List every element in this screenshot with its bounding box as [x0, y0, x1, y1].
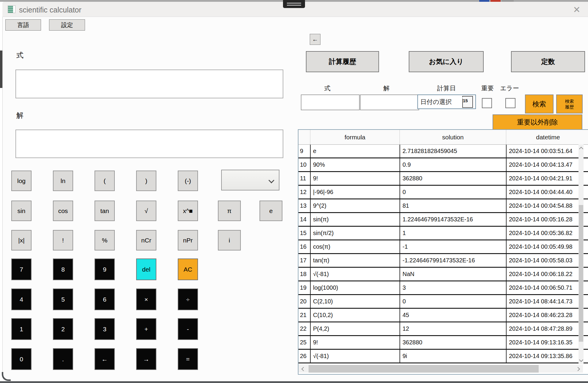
- cell-solution: 81: [400, 199, 506, 212]
- calc-key-sym[interactable]: √: [136, 201, 156, 221]
- calc-key-sym[interactable]: ÷: [178, 289, 198, 310]
- calc-key-9[interactable]: 9: [95, 259, 115, 280]
- table-row[interactable]: 19log(1000)32024-10-14 00:06:50.71: [298, 281, 588, 295]
- table-row[interactable]: 139^(2)812024-10-14 00:04:54.88: [298, 199, 588, 213]
- calc-key-tan[interactable]: tan: [95, 201, 115, 221]
- calc-key-sym[interactable]: →: [136, 348, 156, 370]
- calc-key-sin[interactable]: sin: [11, 201, 32, 221]
- calc-key-sym[interactable]: .: [53, 348, 73, 370]
- search-button[interactable]: 検索: [525, 94, 554, 114]
- close-icon[interactable]: ✕: [570, 4, 583, 15]
- app-root: scientific calculator ✕ 言語 設定 式 解 logln(…: [0, 0, 588, 383]
- calc-key-8[interactable]: 8: [53, 259, 73, 280]
- scroll-left-icon[interactable]: [301, 367, 306, 371]
- calc-key-del[interactable]: del: [136, 259, 156, 280]
- calc-key-i[interactable]: i: [218, 230, 241, 250]
- calc-key-sym[interactable]: +: [136, 318, 156, 340]
- formula-display[interactable]: [15, 70, 283, 98]
- calc-key-sym[interactable]: !: [53, 230, 73, 250]
- calc-key-nCr[interactable]: nCr: [136, 230, 156, 250]
- table-row[interactable]: 12|-96|-9602024-10-14 00:04:44.40: [298, 186, 588, 199]
- calc-key-0[interactable]: 0: [11, 348, 32, 370]
- calc-key-symxsym[interactable]: |x|: [11, 230, 32, 250]
- cell-num: 16: [298, 240, 310, 253]
- table-row[interactable]: 259!3628802024-10-14 09:13:16.35: [298, 336, 588, 350]
- table-row[interactable]: 16cos(π)-12024-10-14 00:05:49.98: [298, 240, 588, 254]
- filter-error-label: エラー: [500, 84, 519, 92]
- cell-datetime: 2024-10-14 00:04:13.47: [506, 158, 588, 171]
- header-datetime[interactable]: datetime: [506, 130, 588, 144]
- calc-key-ln[interactable]: ln: [53, 171, 73, 191]
- scroll-right-icon[interactable]: [576, 367, 580, 371]
- table-row[interactable]: 22P(4,2)122024-10-14 08:47:28.89: [298, 322, 588, 336]
- calc-key-sym[interactable]: ): [136, 171, 156, 191]
- calc-key-2[interactable]: 2: [53, 318, 73, 340]
- header-formula[interactable]: formula: [310, 130, 400, 144]
- calc-key-sym[interactable]: π: [218, 201, 241, 221]
- horizontal-scrollbar-thumb[interactable]: [309, 365, 539, 373]
- scroll-down-icon[interactable]: [579, 358, 583, 362]
- calc-key-sym[interactable]: %: [95, 230, 115, 250]
- table-header: formula solution datetime: [298, 130, 588, 145]
- table-row[interactable]: 119!3628802024-10-14 00:04:21.91: [298, 172, 588, 186]
- table-row[interactable]: 17tan(π)-1.2246467991473532E-162024-10-1…: [298, 254, 588, 268]
- table-row[interactable]: 15sin(π/2)12024-10-14 00:05:36.82: [298, 227, 588, 240]
- table-row[interactable]: 20C(2,10)02024-10-14 08:44:14.73: [298, 295, 588, 309]
- solution-display[interactable]: [15, 130, 283, 158]
- table-row[interactable]: 14sin(π)1.2246467991473532E-162024-10-14…: [298, 213, 588, 227]
- vertical-scrollbar[interactable]: [578, 144, 584, 364]
- calc-key-sym[interactable]: -: [178, 318, 198, 340]
- calc-key-sym[interactable]: (: [95, 171, 115, 191]
- table-row[interactable]: 18√(-81)NaN2024-10-14 00:06:18.22: [298, 268, 588, 281]
- cell-formula: P(4,2): [310, 322, 400, 335]
- vertical-scrollbar-thumb[interactable]: [579, 205, 583, 342]
- filter-formula-input[interactable]: [301, 94, 360, 110]
- table-row[interactable]: 9e2.7182818284590452024-10-14 00:03:51.6…: [298, 145, 588, 158]
- calc-key-5[interactable]: 5: [53, 289, 73, 310]
- table-row[interactable]: 1090%0.92024-10-14 00:04:13.47: [298, 158, 588, 172]
- calc-key-nPr[interactable]: nPr: [178, 230, 198, 250]
- table-row[interactable]: 21C(10,2)452024-10-14 08:46:23.28: [298, 309, 588, 322]
- formula-label: 式: [16, 51, 23, 60]
- calc-key-4[interactable]: 4: [11, 289, 32, 310]
- cell-num: 17: [298, 254, 310, 267]
- window-title: scientific calculator: [19, 6, 81, 14]
- calc-key-xsym[interactable]: x^■: [178, 201, 198, 221]
- cell-formula: sin(π): [310, 213, 400, 226]
- calc-key-sym[interactable]: =: [178, 348, 198, 370]
- filter-solution-input[interactable]: [360, 94, 419, 110]
- calc-key-e[interactable]: e: [260, 201, 282, 221]
- calc-key-AC[interactable]: AC: [178, 259, 198, 280]
- calc-key-1[interactable]: 1: [11, 318, 32, 340]
- horizontal-scrollbar[interactable]: [298, 365, 583, 373]
- cell-solution: 0: [400, 295, 506, 308]
- calc-key-sym[interactable]: (-): [178, 171, 198, 191]
- calc-key-sym[interactable]: ×: [136, 289, 156, 310]
- date-picker[interactable]: 日付の選択 15: [417, 94, 476, 109]
- tab-calculation-history[interactable]: 計算履歴: [306, 51, 379, 72]
- calc-key-6[interactable]: 6: [95, 289, 115, 310]
- cell-datetime: 2024-10-14 00:06:50.71: [506, 281, 588, 294]
- tab-constants[interactable]: 定数: [511, 51, 585, 72]
- back-button[interactable]: ←: [310, 34, 320, 45]
- error-checkbox[interactable]: [505, 98, 515, 108]
- calc-key-log[interactable]: log: [11, 171, 32, 191]
- language-button[interactable]: 言語: [5, 19, 41, 31]
- calc-dropdown[interactable]: [221, 170, 279, 190]
- important-checkbox[interactable]: [482, 98, 492, 108]
- cell-datetime: 2024-10-14 08:46:23.28: [506, 309, 588, 321]
- scroll-up-icon[interactable]: [579, 147, 583, 151]
- calc-key-sym[interactable]: ←: [95, 348, 115, 370]
- calc-key-7[interactable]: 7: [11, 259, 32, 280]
- cell-num: 25: [298, 336, 310, 349]
- delete-non-important-button[interactable]: 重要以外削除: [493, 114, 582, 130]
- cell-datetime: 2024-10-14 00:05:36.82: [506, 227, 588, 239]
- search-history-button[interactable]: 検索 履歴: [556, 94, 583, 114]
- header-solution[interactable]: solution: [400, 130, 506, 144]
- calc-key-3[interactable]: 3: [95, 318, 115, 340]
- window-drag-handle[interactable]: [283, 0, 305, 8]
- tab-favorites[interactable]: お気に入り: [409, 51, 484, 72]
- table-row[interactable]: 26√(-81)9i2024-10-14 09:13:35.86: [298, 350, 588, 363]
- calc-key-cos[interactable]: cos: [53, 201, 73, 221]
- settings-button[interactable]: 設定: [49, 19, 85, 31]
